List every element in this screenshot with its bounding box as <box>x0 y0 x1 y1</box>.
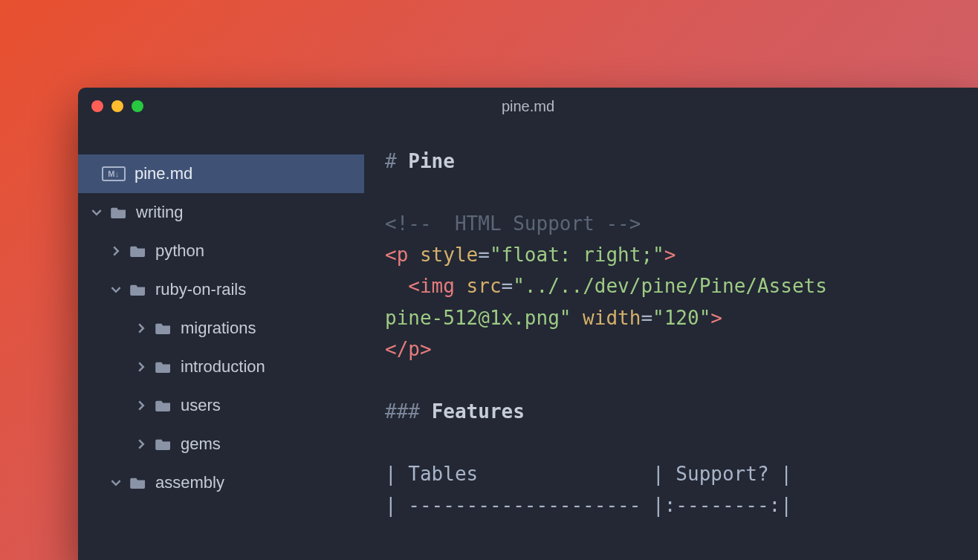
folder-icon <box>155 360 172 374</box>
editor-line <box>385 177 978 208</box>
sidebar-folder-label: introduction <box>181 357 265 377</box>
sidebar-file-label: pine.md <box>135 164 192 183</box>
editor-line: pine-512@1x.png" width="120"> <box>385 302 978 333</box>
sidebar-folder-label: writing <box>136 203 184 222</box>
chevron-down-icon <box>111 284 121 295</box>
editor-pane[interactable]: # Pine <!-- HTML Support --><p style="fl… <box>364 125 978 560</box>
editor-line <box>385 365 978 396</box>
traffic-lights <box>91 100 143 112</box>
sidebar-file-pine-md[interactable]: M↓ pine.md <box>78 154 364 193</box>
editor-line: <p style="float: right;"> <box>385 239 978 270</box>
sidebar-folder-python[interactable]: python <box>78 232 364 270</box>
editor-line: | Tables | Support? | <box>385 458 978 489</box>
editor-line: <!-- HTML Support --> <box>385 208 978 239</box>
window-title: pine.md <box>78 98 978 115</box>
editor-line: | -------------------- |:--------:| <box>385 489 978 521</box>
sidebar-folder-migrations[interactable]: migrations <box>78 309 364 348</box>
chevron-right-icon <box>111 246 121 256</box>
editor-line: ### Features <box>385 396 978 427</box>
editor-line <box>385 427 978 458</box>
folder-icon <box>111 206 127 219</box>
chevron-right-icon <box>136 400 146 411</box>
window-body: M↓ pine.md writing python <box>78 125 978 560</box>
editor-line: # Pine <box>385 146 978 177</box>
sidebar-folder-label: python <box>155 241 204 261</box>
sidebar-folder-label: migrations <box>181 319 256 338</box>
folder-icon <box>130 476 146 489</box>
chevron-down-icon <box>111 478 121 488</box>
chevron-right-icon <box>136 323 146 333</box>
chevron-right-icon <box>136 362 146 372</box>
chevron-down-icon <box>91 207 102 218</box>
fullscreen-window-button[interactable] <box>132 100 143 112</box>
file-sidebar: M↓ pine.md writing python <box>78 125 364 560</box>
sidebar-folder-assembly[interactable]: assembly <box>78 463 364 502</box>
markdown-file-icon: M↓ <box>102 166 126 181</box>
editor-line: <img src="../../dev/pine/Pine/Assets <box>385 270 978 302</box>
folder-icon <box>155 322 172 335</box>
folder-icon <box>130 244 146 258</box>
close-window-button[interactable] <box>91 100 103 112</box>
minimize-window-button[interactable] <box>111 100 123 112</box>
sidebar-folder-label: users <box>181 396 221 415</box>
sidebar-folder-ruby-on-rails[interactable]: ruby-on-rails <box>78 270 364 309</box>
folder-icon <box>130 283 146 296</box>
titlebar: pine.md <box>78 88 978 125</box>
sidebar-folder-label: ruby-on-rails <box>155 280 246 299</box>
sidebar-folder-users[interactable]: users <box>78 386 364 425</box>
editor-line: </p> <box>385 333 978 365</box>
chevron-right-icon <box>136 439 146 449</box>
sidebar-folder-label: gems <box>181 434 221 454</box>
folder-icon <box>155 437 172 451</box>
sidebar-folder-writing[interactable]: writing <box>78 193 364 232</box>
sidebar-folder-introduction[interactable]: introduction <box>78 348 364 386</box>
sidebar-folder-gems[interactable]: gems <box>78 425 364 463</box>
sidebar-folder-label: assembly <box>155 473 224 492</box>
folder-icon <box>155 399 172 412</box>
app-window: pine.md M↓ pine.md writing <box>78 88 978 560</box>
